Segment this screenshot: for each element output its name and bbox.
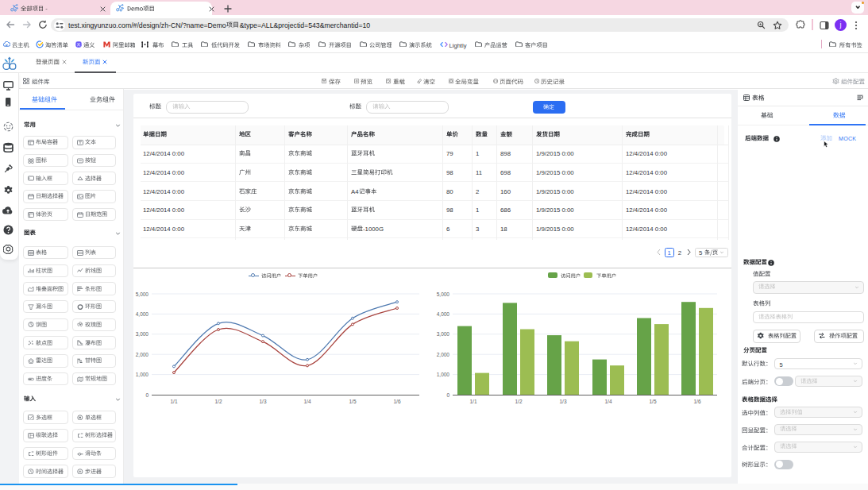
svg-text:1/2: 1/2: [515, 399, 522, 404]
svg-text:0: 0: [446, 392, 449, 398]
svg-text:1/4: 1/4: [303, 399, 311, 404]
svg-text:1/1: 1/1: [469, 399, 476, 404]
svg-text:1,000: 1,000: [437, 372, 450, 377]
svg-text:4,000: 4,000: [136, 311, 149, 317]
svg-text:1,000: 1,000: [136, 372, 149, 377]
svg-text:1/3: 1/3: [259, 399, 266, 404]
svg-text:2,000: 2,000: [136, 352, 149, 357]
svg-text:1/3: 1/3: [559, 399, 566, 404]
svg-text:3,000: 3,000: [136, 331, 149, 337]
svg-text:1/5: 1/5: [349, 399, 356, 404]
svg-text:3,000: 3,000: [437, 331, 450, 337]
svg-text:1/4: 1/4: [604, 399, 611, 404]
svg-text:1/1: 1/1: [170, 399, 177, 404]
svg-text:5,000: 5,000: [437, 291, 450, 297]
svg-text:1/6: 1/6: [693, 399, 700, 404]
svg-text:0: 0: [145, 392, 149, 398]
svg-text:1/6: 1/6: [393, 399, 400, 404]
svg-text:2,000: 2,000: [437, 352, 450, 357]
svg-text:1/2: 1/2: [214, 399, 222, 404]
svg-text:5,000: 5,000: [136, 291, 149, 297]
svg-text:4,000: 4,000: [437, 311, 450, 317]
svg-text:1/5: 1/5: [649, 399, 656, 404]
